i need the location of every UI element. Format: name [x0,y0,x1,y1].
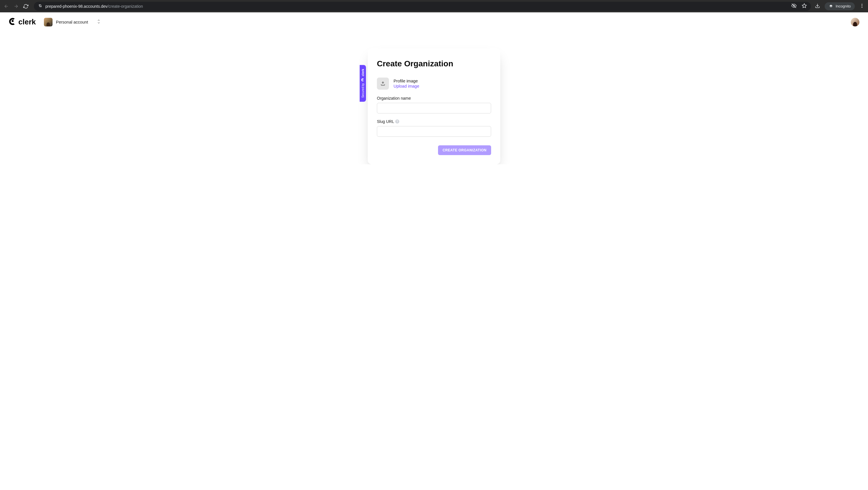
profile-image-text: Profile image Upload image [394,79,419,88]
create-organization-button[interactable]: Create Organization [438,145,491,155]
url-bar-right [792,3,807,9]
org-name-label: Organization name [377,96,491,100]
url-path: /create-organization [107,4,143,9]
browser-back-button[interactable] [3,3,9,9]
org-avatar [44,18,53,26]
bookmark-icon[interactable] [802,3,807,9]
card-title: Create Organization [377,59,491,68]
svg-point-5 [862,4,863,5]
site-settings-icon[interactable] [38,3,42,9]
help-icon[interactable]: ? [395,119,399,123]
svg-point-8 [12,20,14,22]
main-content: Secured by clerk Create Organization Pro… [0,32,868,164]
slug-group: Slug URL ? [377,119,491,137]
incognito-label: Incognito [836,4,851,8]
chevron-up-down-icon [97,19,101,25]
browser-menu-icon[interactable] [859,3,865,9]
secured-by-clerk-tab[interactable]: Secured by clerk [360,65,366,102]
clerk-logo-text: clerk [19,18,36,26]
url-text: prepared-phoenix-98.accounts.dev/create-… [45,4,143,9]
browser-url-bar[interactable]: prepared-phoenix-98.accounts.dev/create-… [34,2,811,11]
slug-label-text: Slug URL [377,119,394,124]
browser-right-controls: Incognito [815,2,865,10]
card-footer: Create Organization [377,145,491,155]
downloads-icon[interactable] [815,3,820,9]
svg-point-7 [862,7,863,7]
slug-label: Slug URL ? [377,119,491,124]
clerk-logo[interactable]: clerk [9,17,36,27]
slug-input[interactable] [377,126,491,137]
browser-reload-button[interactable] [23,3,29,9]
app-header: clerk Personal account [0,12,868,32]
svg-point-6 [862,5,863,6]
secured-by-text: Secured by [361,83,365,98]
user-avatar-button[interactable] [851,18,859,26]
org-switcher-label: Personal account [56,20,88,24]
profile-image-upload-box[interactable] [377,78,389,90]
clerk-mark-icon [361,78,365,82]
profile-image-section: Profile image Upload image [377,78,491,90]
upload-image-link[interactable]: Upload image [394,84,419,88]
clerk-logo-mark-icon [9,17,17,27]
svg-point-9 [363,79,363,80]
url-host: prepared-phoenix-98.accounts.dev [45,4,107,9]
third-party-cookie-icon[interactable] [792,3,797,9]
org-name-group: Organization name [377,96,491,113]
browser-nav-buttons [3,3,29,9]
profile-image-label: Profile image [394,79,419,83]
org-switcher[interactable]: Personal account [44,18,101,26]
svg-point-1 [40,6,41,7]
upload-icon [381,81,385,86]
browser-forward-button[interactable] [13,3,19,9]
incognito-badge[interactable]: Incognito [825,2,855,10]
header-left: clerk Personal account [9,17,101,27]
secured-brand-text: clerk [361,69,365,77]
browser-chrome: prepared-phoenix-98.accounts.dev/create-… [0,0,868,12]
svg-marker-4 [802,4,807,8]
org-name-input[interactable] [377,103,491,113]
svg-point-0 [39,5,40,5]
create-organization-card: Secured by clerk Create Organization Pro… [368,48,500,164]
